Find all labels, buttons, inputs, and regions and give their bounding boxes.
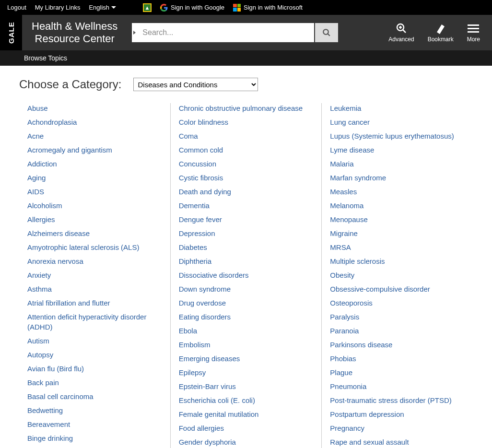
bookmark-tool[interactable]: Bookmark [428,23,454,43]
topic-link[interactable]: Concussion [179,159,314,169]
search-scope-toggle[interactable] [132,23,137,42]
topic-link[interactable]: Obsessive-compulsive disorder [330,284,465,294]
topic-link[interactable]: Menopause [330,214,465,224]
advanced-search-tool[interactable]: Advanced [388,23,414,43]
topic-link[interactable]: Measles [330,187,465,197]
google-icon [160,4,168,12]
topic-link[interactable]: Plague [330,367,465,377]
topic-link[interactable]: Malaria [330,159,465,169]
topic-link[interactable]: Color blindness [179,117,314,127]
topic-link[interactable]: Anxiety [27,270,162,280]
topic-link[interactable]: Diabetes [179,242,314,252]
zoom-plus-icon [396,23,407,34]
topic-link[interactable]: Atrial fibrillation and flutter [27,298,162,308]
topic-link[interactable]: Paranoia [330,326,465,336]
topic-link[interactable]: Female genital mutilation [179,409,314,419]
topic-link[interactable]: Eating disorders [179,312,314,322]
topic-link[interactable]: Alcoholism [27,200,162,211]
topic-link[interactable]: Leukemia [330,103,465,113]
topic-link[interactable]: Drug overdose [179,298,314,308]
topic-link[interactable]: Epstein-Barr virus [179,381,314,391]
topic-link[interactable]: Aging [27,173,162,183]
google-classroom-icon[interactable]: ▲ [143,3,152,12]
topic-link[interactable]: Basal cell carcinoma [27,391,162,401]
microsoft-signin-label: Sign in with Microsoft [244,4,303,11]
topic-link[interactable]: Obesity [330,270,465,280]
microsoft-signin-link[interactable]: Sign in with Microsoft [233,4,303,12]
topic-link[interactable]: Migraine [330,228,465,238]
topic-link[interactable]: Dengue fever [179,214,314,224]
category-select[interactable]: Diseases and Conditions [133,78,258,91]
topic-link[interactable]: Diphtheria [179,256,314,266]
site-title[interactable]: Health & Wellness Resource Center [22,20,127,46]
topic-column-3: LeukemiaLung cancerLupus (Systemic lupus… [322,103,473,448]
topic-link[interactable]: Melanoma [330,200,465,211]
searchbar [132,23,338,42]
topic-link[interactable]: Death and dying [179,187,314,197]
topic-link[interactable]: Lyme disease [330,145,465,155]
topic-link[interactable]: Acne [27,131,162,141]
logout-link[interactable]: Logout [7,4,26,11]
topic-link[interactable]: Paralysis [330,312,465,322]
topic-link[interactable]: Dementia [179,200,314,211]
topic-link[interactable]: Cystic fibrosis [179,173,314,183]
topic-link[interactable]: Bereavement [27,419,162,429]
topic-link[interactable]: Down syndrome [179,284,314,294]
svg-line-3 [403,30,406,33]
topic-link[interactable]: Attention deficit hyperactivity disorder… [27,312,162,332]
topic-link[interactable]: Autopsy [27,350,162,360]
topic-link[interactable]: Epilepsy [179,367,314,377]
topic-link[interactable]: Back pain [27,377,162,388]
topic-link[interactable]: Multiple sclerosis [330,256,465,266]
topic-link[interactable]: Escherichia coli (E. coli) [179,395,314,405]
topic-link[interactable]: Post-traumatic stress disorder (PTSD) [330,395,465,405]
search-input[interactable] [137,23,314,42]
topic-link[interactable]: Embolism [179,340,314,350]
language-label: English [89,4,109,11]
topic-link[interactable]: Gender dysphoria [179,437,314,447]
topic-link[interactable]: Acromegaly and gigantism [27,145,162,155]
topic-link[interactable]: AIDS [27,187,162,197]
bookmark-icon [435,23,446,34]
search-icon [322,28,331,37]
topic-link[interactable]: Achondroplasia [27,117,162,127]
topic-link[interactable]: Marfan syndrome [330,173,465,183]
svg-point-0 [324,29,329,35]
topic-link[interactable]: Emerging diseases [179,354,314,364]
topic-link[interactable]: Dissociative disorders [179,270,314,280]
topic-link[interactable]: Chronic obstructive pulmonary disease [179,103,314,113]
topic-link[interactable]: Pneumonia [330,381,465,391]
topic-link[interactable]: Avian flu (Bird flu) [27,364,162,374]
my-library-link[interactable]: My Library Links [35,4,81,11]
topic-link[interactable]: Anorexia nervosa [27,256,162,266]
browse-topics-tab[interactable]: Browse Topics [24,54,67,62]
topic-link[interactable]: Lung cancer [330,117,465,127]
topic-link[interactable]: Bedwetting [27,405,162,415]
google-signin-link[interactable]: Sign in with Google [160,4,224,12]
topic-link[interactable]: Asthma [27,284,162,294]
topic-link[interactable]: Postpartum depression [330,409,465,419]
search-button[interactable] [315,23,338,42]
topic-link[interactable]: Rape and sexual assault [330,437,465,447]
topic-link[interactable]: Allergies [27,214,162,224]
topic-link[interactable]: Amyotrophic lateral sclerosis (ALS) [27,242,162,252]
topic-link[interactable]: Pregnancy [330,423,465,433]
topic-link[interactable]: Autism [27,336,162,346]
topic-link[interactable]: Food allergies [179,423,314,433]
topic-link[interactable]: Osteoporosis [330,298,465,308]
topic-link[interactable]: Coma [179,131,314,141]
topic-link[interactable]: Binge drinking [27,433,162,443]
topic-link[interactable]: Common cold [179,145,314,155]
topic-link[interactable]: Lupus (Systemic lupus erythematosus) [330,131,465,141]
language-selector[interactable]: English [89,4,116,11]
topic-link[interactable]: MRSA [330,242,465,252]
topic-link[interactable]: Parkinsons disease [330,340,465,350]
more-tool[interactable]: More [467,23,480,43]
topic-link[interactable]: Depression [179,228,314,238]
topic-link[interactable]: Alzheimers disease [27,228,162,238]
gale-logo[interactable]: GALE [0,15,22,50]
topic-link[interactable]: Ebola [179,326,314,336]
topic-link[interactable]: Addiction [27,159,162,169]
topic-link[interactable]: Phobias [330,354,465,364]
topic-link[interactable]: Abuse [27,103,162,113]
